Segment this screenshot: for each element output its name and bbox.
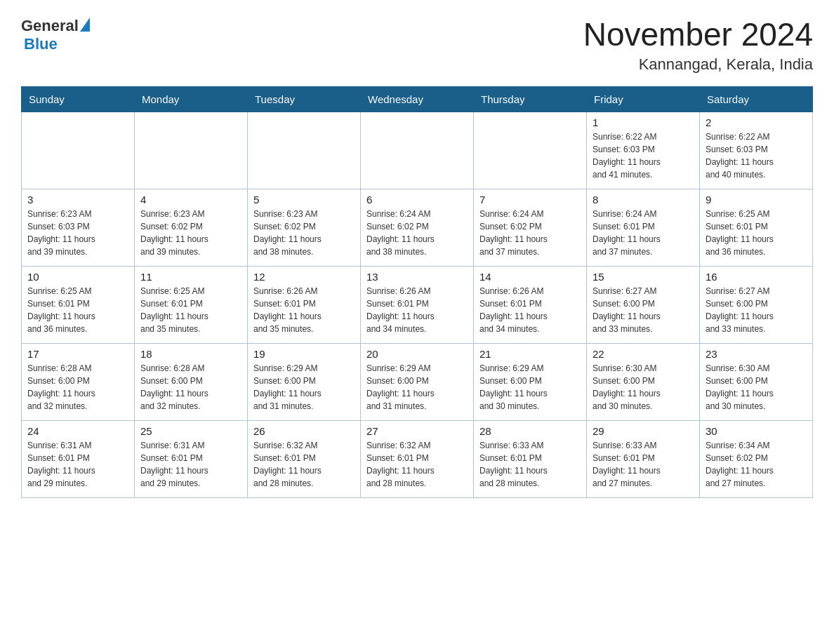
logo-triangle-icon <box>80 18 90 32</box>
day-number: 2 <box>706 116 807 128</box>
day-info: Sunrise: 6:28 AMSunset: 6:00 PMDaylight:… <box>27 362 128 412</box>
calendar-cell: 18Sunrise: 6:28 AMSunset: 6:00 PMDayligh… <box>135 343 248 420</box>
calendar-cell: 5Sunrise: 6:23 AMSunset: 6:02 PMDaylight… <box>248 189 361 266</box>
day-number: 3 <box>27 194 128 206</box>
day-info: Sunrise: 6:24 AMSunset: 6:02 PMDaylight:… <box>479 208 581 258</box>
day-info: Sunrise: 6:31 AMSunset: 6:01 PMDaylight:… <box>140 439 241 490</box>
calendar-cell: 28Sunrise: 6:33 AMSunset: 6:01 PMDayligh… <box>474 420 587 497</box>
calendar-cell: 9Sunrise: 6:25 AMSunset: 6:01 PMDaylight… <box>700 189 813 266</box>
calendar-cell <box>474 112 587 189</box>
day-number: 13 <box>366 271 468 283</box>
day-info: Sunrise: 6:24 AMSunset: 6:02 PMDaylight:… <box>366 208 468 258</box>
day-number: 11 <box>140 271 241 283</box>
title-section: November 2024 Kannangad, Kerala, India <box>583 17 813 74</box>
weekday-header-saturday: Saturday <box>700 86 813 112</box>
calendar-cell: 10Sunrise: 6:25 AMSunset: 6:01 PMDayligh… <box>22 266 135 343</box>
day-number: 26 <box>253 425 355 437</box>
weekday-header-friday: Friday <box>587 86 700 112</box>
weekday-header-monday: Monday <box>135 86 248 112</box>
day-number: 18 <box>140 348 241 360</box>
day-info: Sunrise: 6:22 AMSunset: 6:03 PMDaylight:… <box>706 130 807 181</box>
logo-blue-text: Blue <box>24 35 90 53</box>
day-number: 20 <box>366 348 468 360</box>
day-info: Sunrise: 6:22 AMSunset: 6:03 PMDaylight:… <box>593 130 694 181</box>
calendar-week-row: 1Sunrise: 6:22 AMSunset: 6:03 PMDaylight… <box>22 112 813 189</box>
calendar-cell: 23Sunrise: 6:30 AMSunset: 6:00 PMDayligh… <box>700 343 813 420</box>
day-info: Sunrise: 6:32 AMSunset: 6:01 PMDaylight:… <box>366 439 468 490</box>
day-info: Sunrise: 6:30 AMSunset: 6:00 PMDaylight:… <box>706 362 807 412</box>
calendar-cell <box>22 112 135 189</box>
calendar-cell: 29Sunrise: 6:33 AMSunset: 6:01 PMDayligh… <box>587 420 700 497</box>
day-number: 15 <box>593 271 694 283</box>
day-number: 30 <box>706 425 807 437</box>
calendar-cell: 7Sunrise: 6:24 AMSunset: 6:02 PMDaylight… <box>474 189 587 266</box>
calendar-cell: 16Sunrise: 6:27 AMSunset: 6:00 PMDayligh… <box>700 266 813 343</box>
weekday-header-wednesday: Wednesday <box>361 86 474 112</box>
day-number: 4 <box>140 194 241 206</box>
weekday-header-tuesday: Tuesday <box>248 86 361 112</box>
calendar-cell: 4Sunrise: 6:23 AMSunset: 6:02 PMDaylight… <box>135 189 248 266</box>
day-info: Sunrise: 6:29 AMSunset: 6:00 PMDaylight:… <box>479 362 581 412</box>
calendar-cell: 15Sunrise: 6:27 AMSunset: 6:00 PMDayligh… <box>587 266 700 343</box>
day-number: 1 <box>593 116 694 128</box>
day-info: Sunrise: 6:33 AMSunset: 6:01 PMDaylight:… <box>479 439 581 490</box>
day-number: 8 <box>593 194 694 206</box>
day-info: Sunrise: 6:25 AMSunset: 6:01 PMDaylight:… <box>140 285 241 335</box>
day-info: Sunrise: 6:30 AMSunset: 6:00 PMDaylight:… <box>593 362 694 412</box>
day-info: Sunrise: 6:26 AMSunset: 6:01 PMDaylight:… <box>253 285 355 335</box>
calendar-cell: 27Sunrise: 6:32 AMSunset: 6:01 PMDayligh… <box>361 420 474 497</box>
day-info: Sunrise: 6:29 AMSunset: 6:00 PMDaylight:… <box>253 362 355 412</box>
calendar-cell: 13Sunrise: 6:26 AMSunset: 6:01 PMDayligh… <box>361 266 474 343</box>
calendar-cell: 17Sunrise: 6:28 AMSunset: 6:00 PMDayligh… <box>22 343 135 420</box>
day-number: 7 <box>479 194 581 206</box>
day-number: 5 <box>253 194 355 206</box>
day-info: Sunrise: 6:28 AMSunset: 6:00 PMDaylight:… <box>140 362 241 412</box>
calendar-week-row: 3Sunrise: 6:23 AMSunset: 6:03 PMDaylight… <box>22 189 813 266</box>
day-number: 21 <box>479 348 581 360</box>
day-info: Sunrise: 6:33 AMSunset: 6:01 PMDaylight:… <box>593 439 694 490</box>
calendar-cell: 26Sunrise: 6:32 AMSunset: 6:01 PMDayligh… <box>248 420 361 497</box>
calendar-cell: 22Sunrise: 6:30 AMSunset: 6:00 PMDayligh… <box>587 343 700 420</box>
day-info: Sunrise: 6:34 AMSunset: 6:02 PMDaylight:… <box>706 439 807 490</box>
day-number: 9 <box>706 194 807 206</box>
day-number: 14 <box>479 271 581 283</box>
day-info: Sunrise: 6:29 AMSunset: 6:00 PMDaylight:… <box>366 362 468 412</box>
day-info: Sunrise: 6:25 AMSunset: 6:01 PMDaylight:… <box>706 208 807 258</box>
weekday-header-sunday: Sunday <box>22 86 135 112</box>
calendar-cell <box>248 112 361 189</box>
calendar-cell: 24Sunrise: 6:31 AMSunset: 6:01 PMDayligh… <box>22 420 135 497</box>
page-header: General Blue November 2024 Kannangad, Ke… <box>21 17 813 74</box>
day-info: Sunrise: 6:23 AMSunset: 6:02 PMDaylight:… <box>140 208 241 258</box>
day-number: 22 <box>593 348 694 360</box>
day-info: Sunrise: 6:23 AMSunset: 6:02 PMDaylight:… <box>253 208 355 258</box>
calendar-cell: 1Sunrise: 6:22 AMSunset: 6:03 PMDaylight… <box>587 112 700 189</box>
calendar-cell <box>135 112 248 189</box>
calendar-cell: 20Sunrise: 6:29 AMSunset: 6:00 PMDayligh… <box>361 343 474 420</box>
calendar-cell: 21Sunrise: 6:29 AMSunset: 6:00 PMDayligh… <box>474 343 587 420</box>
day-number: 28 <box>479 425 581 437</box>
day-number: 17 <box>27 348 128 360</box>
day-info: Sunrise: 6:24 AMSunset: 6:01 PMDaylight:… <box>593 208 694 258</box>
day-info: Sunrise: 6:27 AMSunset: 6:00 PMDaylight:… <box>706 285 807 335</box>
calendar-week-row: 10Sunrise: 6:25 AMSunset: 6:01 PMDayligh… <box>22 266 813 343</box>
day-info: Sunrise: 6:27 AMSunset: 6:00 PMDaylight:… <box>593 285 694 335</box>
calendar-cell: 14Sunrise: 6:26 AMSunset: 6:01 PMDayligh… <box>474 266 587 343</box>
calendar-cell: 6Sunrise: 6:24 AMSunset: 6:02 PMDaylight… <box>361 189 474 266</box>
day-info: Sunrise: 6:26 AMSunset: 6:01 PMDaylight:… <box>479 285 581 335</box>
day-number: 12 <box>253 271 355 283</box>
calendar-week-row: 24Sunrise: 6:31 AMSunset: 6:01 PMDayligh… <box>22 420 813 497</box>
calendar-cell <box>361 112 474 189</box>
calendar-cell: 25Sunrise: 6:31 AMSunset: 6:01 PMDayligh… <box>135 420 248 497</box>
calendar-cell: 8Sunrise: 6:24 AMSunset: 6:01 PMDaylight… <box>587 189 700 266</box>
weekday-header-thursday: Thursday <box>474 86 587 112</box>
day-number: 25 <box>140 425 241 437</box>
day-number: 27 <box>366 425 468 437</box>
calendar-table: SundayMondayTuesdayWednesdayThursdayFrid… <box>21 86 813 498</box>
day-info: Sunrise: 6:26 AMSunset: 6:01 PMDaylight:… <box>366 285 468 335</box>
calendar-cell: 3Sunrise: 6:23 AMSunset: 6:03 PMDaylight… <box>22 189 135 266</box>
calendar-cell: 12Sunrise: 6:26 AMSunset: 6:01 PMDayligh… <box>248 266 361 343</box>
day-info: Sunrise: 6:25 AMSunset: 6:01 PMDaylight:… <box>27 285 128 335</box>
calendar-cell: 30Sunrise: 6:34 AMSunset: 6:02 PMDayligh… <box>700 420 813 497</box>
month-title: November 2024 <box>583 17 813 53</box>
weekday-header-row: SundayMondayTuesdayWednesdayThursdayFrid… <box>22 86 813 112</box>
